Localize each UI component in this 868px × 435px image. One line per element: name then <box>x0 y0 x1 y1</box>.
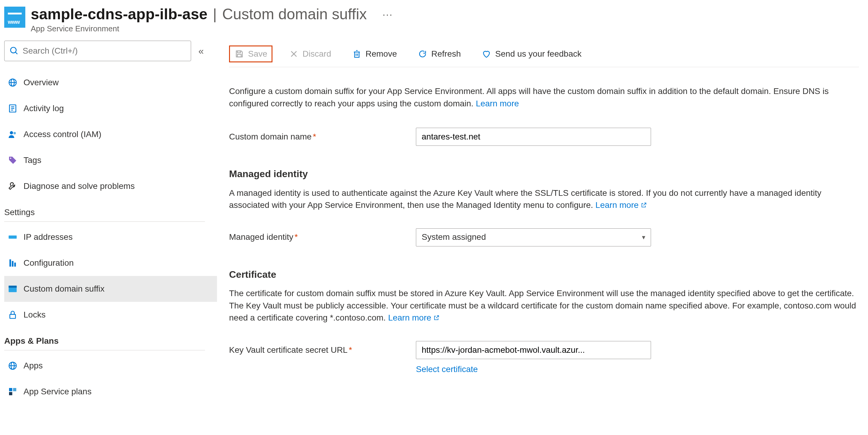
keyvault-label: Key Vault certificate secret URL* <box>229 344 416 356</box>
svg-rect-25 <box>238 51 241 53</box>
svg-rect-13 <box>9 259 11 267</box>
sidebar-item-configuration[interactable]: Configuration <box>4 250 217 276</box>
sidebar-section-apps-plans: Apps & Plans <box>4 328 205 350</box>
resource-name: sample-cdns-app-ilb-ase <box>31 5 207 23</box>
feedback-button[interactable]: Send us your feedback <box>477 46 586 62</box>
sidebar-item-apps[interactable]: Apps <box>4 353 217 379</box>
learn-more-link[interactable]: Learn more <box>388 313 440 322</box>
svg-rect-17 <box>9 286 17 288</box>
svg-rect-22 <box>9 388 12 391</box>
keyvault-url-input[interactable] <box>416 341 651 359</box>
managed-identity-select[interactable]: System assigned ▾ <box>416 228 651 246</box>
svg-point-9 <box>10 131 13 134</box>
svg-line-1 <box>16 52 18 54</box>
tag-icon <box>8 156 18 165</box>
page-header: sample-cdns-app-ilb-ase | Custom domain … <box>0 0 868 41</box>
sidebar-item-diagnose[interactable]: Diagnose and solve problems <box>4 173 217 199</box>
heart-icon <box>481 49 492 59</box>
save-button[interactable]: Save <box>229 45 273 62</box>
sidebar-section-settings: Settings <box>4 199 205 222</box>
custom-domain-field[interactable] <box>422 132 645 142</box>
search-input[interactable] <box>23 46 186 56</box>
sidebar-item-locks[interactable]: Locks <box>4 302 217 328</box>
svg-rect-18 <box>10 314 16 319</box>
sidebar-item-app-service-plans[interactable]: App Service plans <box>4 379 217 405</box>
svg-rect-15 <box>14 263 16 267</box>
page-description: Configure a custom domain suffix for you… <box>229 85 844 110</box>
page-title: sample-cdns-app-ilb-ase | Custom domain … <box>31 5 393 23</box>
managed-identity-value: System assigned <box>422 231 486 243</box>
chevron-down-icon: ▾ <box>642 233 645 242</box>
sidebar-item-access-control[interactable]: Access control (IAM) <box>4 122 217 147</box>
refresh-button[interactable]: Refresh <box>413 46 465 62</box>
managed-identity-body: A managed identity is used to authentica… <box>229 187 859 211</box>
wrench-icon <box>8 181 18 191</box>
custom-domain-label: Custom domain name* <box>229 131 416 143</box>
globe-icon <box>8 78 18 87</box>
page-name: Custom domain suffix <box>222 5 367 23</box>
sidebar-item-label: Locks <box>24 310 45 320</box>
svg-rect-29 <box>354 52 359 57</box>
certificate-heading: Certificate <box>229 268 859 281</box>
svg-point-0 <box>10 47 16 53</box>
sidebar-item-label: App Service plans <box>24 387 92 396</box>
sidebar-item-label: Apps <box>24 361 43 371</box>
external-link-icon <box>433 312 440 319</box>
sidebar-item-label: Diagnose and solve problems <box>24 181 135 191</box>
svg-point-11 <box>10 158 11 159</box>
resource-icon <box>4 7 25 28</box>
sidebar: « Overview Activity log Access control (… <box>0 41 217 435</box>
toolbar: Save Discard Remove Refresh Send us your… <box>229 41 859 67</box>
learn-more-link[interactable]: Learn more <box>476 99 519 108</box>
custom-domain-input[interactable] <box>416 128 651 146</box>
lock-icon <box>8 310 18 320</box>
sidebar-item-label: Activity log <box>24 104 64 113</box>
search-icon <box>9 46 19 56</box>
globe-icon <box>8 361 18 371</box>
main-panel: Save Discard Remove Refresh Send us your… <box>217 41 868 435</box>
log-icon <box>8 104 18 113</box>
managed-identity-heading: Managed identity <box>229 167 859 181</box>
sidebar-item-tags[interactable]: Tags <box>4 147 217 173</box>
managed-identity-label: Managed identity* <box>229 231 416 243</box>
sidebar-item-label: Access control (IAM) <box>24 130 101 139</box>
collapse-sidebar-icon[interactable]: « <box>198 45 204 57</box>
svg-rect-24 <box>9 392 12 395</box>
svg-rect-14 <box>12 261 13 267</box>
more-icon[interactable]: ··· <box>382 8 393 20</box>
plan-icon <box>8 387 18 396</box>
sidebar-item-label: Custom domain suffix <box>24 284 104 294</box>
bars-icon <box>8 258 18 268</box>
svg-rect-26 <box>238 54 241 57</box>
svg-point-10 <box>13 132 16 134</box>
select-certificate-link[interactable]: Select certificate <box>416 363 859 376</box>
sidebar-item-label: Overview <box>24 78 59 87</box>
learn-more-link[interactable]: Learn more <box>595 200 647 210</box>
keyvault-url-field[interactable] <box>422 345 645 355</box>
certificate-body: The certificate for custom domain suffix… <box>229 288 859 324</box>
sidebar-item-activity-log[interactable]: Activity log <box>4 96 217 122</box>
people-icon <box>8 130 18 139</box>
sidebar-search[interactable] <box>4 41 191 61</box>
www-icon <box>8 284 18 294</box>
svg-rect-23 <box>13 388 16 391</box>
sidebar-item-label: IP addresses <box>24 232 73 242</box>
sidebar-item-label: Configuration <box>24 258 74 268</box>
remove-button[interactable]: Remove <box>347 46 401 62</box>
ip-icon <box>8 232 18 242</box>
close-icon <box>289 49 299 59</box>
sidebar-item-ip-addresses[interactable]: IP addresses <box>4 224 217 250</box>
sidebar-item-overview[interactable]: Overview <box>4 70 217 96</box>
sidebar-item-label: Tags <box>24 156 41 165</box>
refresh-icon <box>417 49 428 59</box>
external-link-icon <box>641 200 647 206</box>
trash-icon <box>352 49 362 59</box>
discard-button[interactable]: Discard <box>284 46 336 62</box>
save-icon <box>234 49 244 59</box>
sidebar-item-custom-domain-suffix[interactable]: Custom domain suffix <box>4 276 217 302</box>
resource-type: App Service Environment <box>31 24 393 33</box>
svg-rect-12 <box>9 236 17 239</box>
